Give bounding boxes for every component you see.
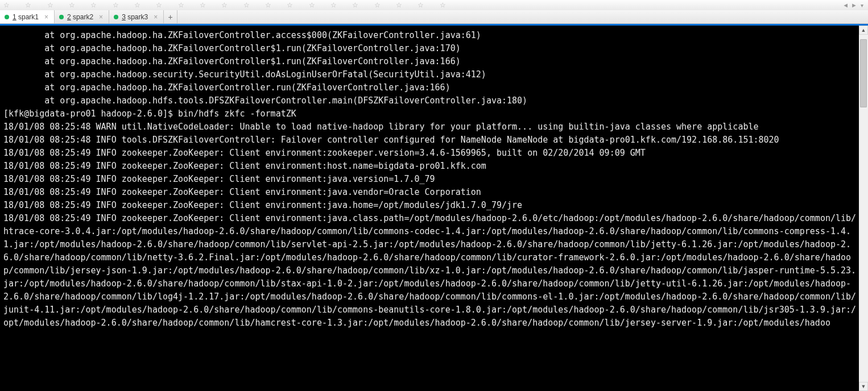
close-icon[interactable]: × <box>44 13 48 21</box>
scroll-up-icon[interactable]: ▲ <box>859 26 868 35</box>
scroll-down-icon[interactable]: ▼ <box>859 382 868 391</box>
close-icon[interactable]: × <box>154 13 158 21</box>
tab-nav-controls: ◄ ► ▾ <box>839 2 868 9</box>
close-icon[interactable]: × <box>99 13 103 21</box>
tab-spark2[interactable]: 2 spark2× <box>55 10 109 23</box>
scroll-thumb[interactable] <box>860 39 867 107</box>
top-toolbar: ☆ ☆ ☆ ☆ ☆ ☆ ☆ ☆ ☆ ☆ ☆ ☆ ☆ ☆ ☆ ☆ ☆ ☆ ☆ ☆ … <box>0 0 868 10</box>
nav-menu-icon[interactable]: ▾ <box>859 2 865 9</box>
tab-bar: 1 spark1×2 spark2×3 spark3×+ <box>0 10 868 24</box>
tab-spark1[interactable]: 1 spark1× <box>0 10 55 23</box>
terminal-output[interactable]: at org.apache.hadoop.ha.ZKFailoverContro… <box>0 26 859 391</box>
tab-label: 3 spark3 <box>122 13 148 21</box>
status-dot-icon <box>5 15 9 19</box>
quick-launch-bar: ☆ ☆ ☆ ☆ ☆ ☆ ☆ ☆ ☆ ☆ ☆ ☆ ☆ ☆ ☆ ☆ ☆ ☆ ☆ ☆ … <box>0 1 839 9</box>
terminal-pane: at org.apache.hadoop.ha.ZKFailoverContro… <box>0 26 868 391</box>
nav-next-icon[interactable]: ► <box>851 2 857 9</box>
scrollbar-vertical[interactable]: ▲ ▼ <box>859 26 868 391</box>
tab-spark3[interactable]: 3 spark3× <box>109 10 164 23</box>
status-dot-icon <box>114 15 118 19</box>
nav-prev-icon[interactable]: ◄ <box>842 2 849 9</box>
scroll-track[interactable] <box>859 35 868 382</box>
app-window: ☆ ☆ ☆ ☆ ☆ ☆ ☆ ☆ ☆ ☆ ☆ ☆ ☆ ☆ ☆ ☆ ☆ ☆ ☆ ☆ … <box>0 0 868 391</box>
status-dot-icon <box>59 15 64 19</box>
tab-add-button[interactable]: + <box>164 10 177 23</box>
tab-label: 1 spark1 <box>13 13 39 21</box>
tab-label: 2 spark2 <box>67 13 93 21</box>
